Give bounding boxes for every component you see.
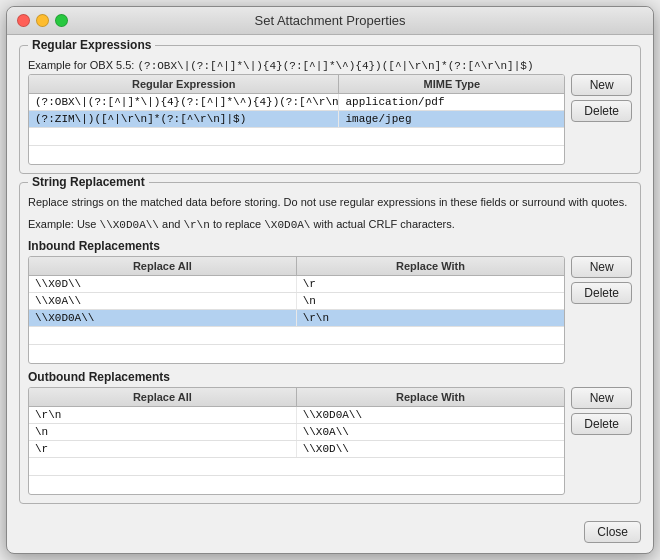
inbound-new-button[interactable]: New [571,256,632,278]
outbound-table-section: Replace All Replace With \r\n \\X0D0A\\ … [28,387,632,495]
close-traffic-light[interactable] [17,14,30,27]
inbound-row2-col2: \n [297,293,565,309]
inbound-buttons: New Delete [571,256,632,304]
inbound-empty-row [29,327,564,345]
outbound-table-header: Replace All Replace With [29,388,564,407]
window-content: Regular Expressions Example for OBX 5.5:… [7,35,653,515]
re-row1-col2: application/pdf [339,94,564,110]
table-row[interactable]: (?:ZIM\|)([^|\r\n]*(?:[^\r\n]|$) image/j… [29,111,564,128]
table-row[interactable]: \n \\X0A\\ [29,424,564,441]
outbound-col1-header: Replace All [29,388,297,406]
bottom-bar: Close [7,515,653,553]
outbound-row3-col1: \r [29,441,297,457]
inbound-row1-col2: \r [297,276,565,292]
inbound-row3-col2: \r\n [297,310,565,326]
table-row[interactable]: \r\n \\X0D0A\\ [29,407,564,424]
inbound-row3-col1: \\X0D0A\\ [29,310,297,326]
main-window: Set Attachment Properties Regular Expres… [6,6,654,554]
inbound-row2-col1: \\X0A\\ [29,293,297,309]
outbound-empty-row [29,476,564,494]
re-example-value: (?:OBX\|(?:[^|]*\|){4}(?:[^|]*\^){4})([^… [137,60,533,72]
outbound-buttons: New Delete [571,387,632,435]
outbound-empty-row [29,458,564,476]
table-row[interactable]: \r \\X0D\\ [29,441,564,458]
re-delete-button[interactable]: Delete [571,100,632,122]
close-button[interactable]: Close [584,521,641,543]
outbound-row1-col1: \r\n [29,407,297,423]
re-row1-col1: (?:OBX\|(?:[^|]*\|){4}(?:[^|]*\^){4})(?:… [29,94,339,110]
outbound-row1-col2: \\X0D0A\\ [297,407,565,423]
outbound-col2-header: Replace With [297,388,565,406]
outbound-row3-col2: \\X0D\\ [297,441,565,457]
re-empty-row [29,146,564,164]
re-example-label: Example for OBX 5.5: (?:OBX\|(?:[^|]*\|)… [28,59,534,71]
window-title: Set Attachment Properties [254,13,405,28]
outbound-table: Replace All Replace With \r\n \\X0D0A\\ … [28,387,565,495]
inbound-table-section: Replace All Replace With \\X0D\\ \r \\X0… [28,256,632,364]
re-col1-header: Regular Expression [29,75,339,93]
minimize-traffic-light[interactable] [36,14,49,27]
table-row[interactable]: \\X0D0A\\ \r\n [29,310,564,327]
outbound-label: Outbound Replacements [28,370,632,384]
re-buttons: New Delete [571,74,632,122]
sr-desc2: Example: Use \\X0D0A\\ and \r\n to repla… [28,217,632,233]
inbound-col2-header: Replace With [297,257,565,275]
inbound-table-header: Replace All Replace With [29,257,564,276]
inbound-row1-col1: \\X0D\\ [29,276,297,292]
re-table-section: Regular Expression MIME Type (?:OBX\|(?:… [28,74,632,165]
traffic-lights [17,14,68,27]
re-table: Regular Expression MIME Type (?:OBX\|(?:… [28,74,565,165]
maximize-traffic-light[interactable] [55,14,68,27]
sr-desc1: Replace strings on the matched data befo… [28,195,632,210]
regular-expressions-group: Regular Expressions Example for OBX 5.5:… [19,45,641,174]
re-row2-col2: image/jpeg [339,111,564,127]
re-empty-row [29,128,564,146]
table-row[interactable]: \\X0A\\ \n [29,293,564,310]
outbound-new-button[interactable]: New [571,387,632,409]
inbound-label: Inbound Replacements [28,239,632,253]
inbound-empty-row [29,345,564,363]
re-table-header: Regular Expression MIME Type [29,75,564,94]
sr-group-title: String Replacement [28,175,149,189]
outbound-row2-col1: \n [29,424,297,440]
outbound-row2-col2: \\X0A\\ [297,424,565,440]
string-replacement-group: String Replacement Replace strings on th… [19,182,641,504]
re-group-title: Regular Expressions [28,38,155,52]
title-bar: Set Attachment Properties [7,7,653,35]
outbound-delete-button[interactable]: Delete [571,413,632,435]
inbound-table: Replace All Replace With \\X0D\\ \r \\X0… [28,256,565,364]
re-row2-col1: (?:ZIM\|)([^|\r\n]*(?:[^\r\n]|$) [29,111,339,127]
re-new-button[interactable]: New [571,74,632,96]
re-col2-header: MIME Type [339,75,564,93]
inbound-col1-header: Replace All [29,257,297,275]
table-row[interactable]: \\X0D\\ \r [29,276,564,293]
table-row[interactable]: (?:OBX\|(?:[^|]*\|){4}(?:[^|]*\^){4})(?:… [29,94,564,111]
inbound-delete-button[interactable]: Delete [571,282,632,304]
